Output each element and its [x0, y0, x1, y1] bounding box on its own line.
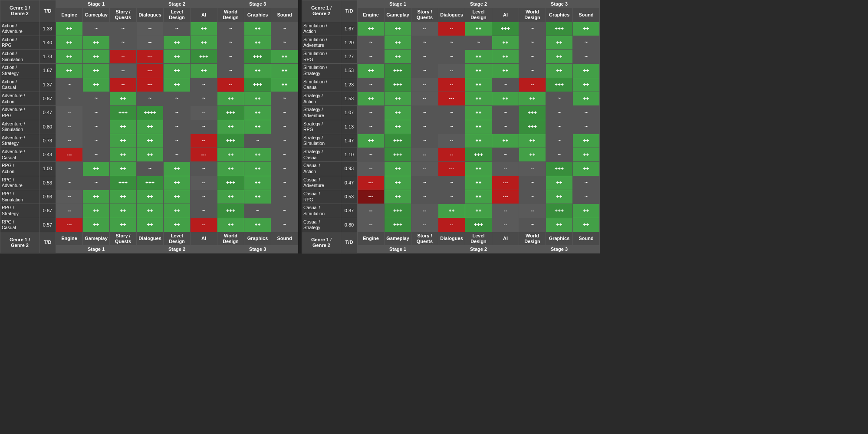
- data-cell: +++: [546, 22, 573, 36]
- col-header: Gameplay: [385, 8, 411, 22]
- data-cell: ~: [191, 162, 217, 176]
- data-cell: ++: [519, 92, 546, 105]
- data-cell: ~: [438, 190, 465, 204]
- data-cell: ++: [573, 134, 600, 148]
- genre-cell: Simulation /Action: [302, 22, 341, 36]
- data-cell: --: [191, 106, 217, 120]
- genre-cell: RPG /Simulation: [0, 190, 39, 204]
- data-cell: ~: [411, 50, 438, 64]
- data-cell: ---: [438, 162, 465, 176]
- stage-footer: Stage 2: [438, 246, 519, 253]
- col-footer: WorldDesign: [519, 232, 546, 245]
- table-row: Simulation /Action1.67++++----+++++~++++…: [302, 22, 600, 36]
- data-cell: ~: [191, 92, 217, 105]
- data-cell: ~: [546, 134, 573, 148]
- data-cell: ++: [573, 22, 600, 36]
- data-cell: ++: [519, 148, 546, 162]
- data-cell: ++: [56, 36, 83, 49]
- data-cell: ~: [217, 22, 244, 36]
- table-row: Strategy /Simulation1.47+++++~--++++++~+…: [302, 134, 600, 148]
- data-cell: ++: [573, 218, 600, 232]
- data-cell: ~: [164, 22, 191, 36]
- col-header: Gameplay: [83, 8, 110, 22]
- genre-cell: Action /Simulation: [0, 50, 39, 64]
- data-cell: ~: [244, 134, 271, 148]
- data-cell: ~: [110, 22, 137, 36]
- data-cell: ++: [83, 190, 110, 204]
- data-cell: +++: [217, 204, 244, 218]
- data-cell: ++: [385, 22, 411, 36]
- data-cell: ~: [358, 106, 385, 120]
- data-cell: --: [358, 218, 385, 232]
- data-cell: --: [56, 106, 83, 120]
- data-cell: ~: [411, 36, 438, 49]
- table-row: RPG /Simulation0.93--++++++++~++++~: [0, 190, 298, 204]
- data-cell: ++: [244, 36, 271, 49]
- data-cell: ++: [271, 78, 298, 92]
- data-cell: ++: [56, 22, 83, 36]
- col-header: Dialogues: [438, 8, 465, 22]
- data-cell: ++: [244, 106, 271, 120]
- data-cell: ++: [83, 218, 110, 232]
- data-cell: ++: [191, 22, 217, 36]
- data-cell: ~: [271, 148, 298, 162]
- table-row: Casual /Strategy0.80--+++----+++--~++++: [302, 218, 600, 232]
- table-row: RPG /Adventure0.53~~++++++++--+++++~: [0, 176, 298, 190]
- genre-cell: Casual /Simulation: [302, 204, 341, 218]
- col-footer: Engine: [358, 232, 385, 245]
- data-cell: --: [56, 134, 83, 148]
- data-cell: ~: [573, 120, 600, 134]
- data-cell: ++: [244, 120, 271, 134]
- data-cell: ++: [191, 36, 217, 49]
- data-cell: ~: [271, 22, 298, 36]
- data-cell: ~: [492, 106, 519, 120]
- data-cell: ~: [83, 120, 110, 134]
- data-cell: ++: [110, 120, 137, 134]
- genre-cell: Strategy /Action: [302, 92, 341, 105]
- td-cell: 1.00: [39, 162, 56, 176]
- data-cell: ++: [244, 176, 271, 190]
- data-cell: ~: [573, 36, 600, 49]
- data-cell: ++: [110, 134, 137, 148]
- data-cell: --: [411, 204, 438, 218]
- genre-header: Genre 1 /Genre 2: [302, 0, 341, 22]
- table-row: Casual /Simulation0.87--+++--++++----+++…: [302, 204, 600, 218]
- data-cell: ~: [110, 36, 137, 49]
- data-cell: --: [438, 148, 465, 162]
- data-cell: +++: [137, 176, 164, 190]
- data-cell: ---: [137, 50, 164, 64]
- data-cell: ~: [217, 36, 244, 49]
- stage-header: Stage 1: [358, 0, 438, 8]
- col-footer: Story /Quests: [110, 232, 137, 245]
- td-cell: 0.93: [341, 162, 358, 176]
- data-cell: ++: [244, 22, 271, 36]
- td-cell: 0.57: [39, 218, 56, 232]
- td-cell: 1.67: [39, 64, 56, 78]
- data-cell: ++: [465, 106, 492, 120]
- data-cell: --: [411, 22, 438, 36]
- data-cell: ++: [164, 204, 191, 218]
- data-cell: +++: [244, 78, 271, 92]
- data-cell: ---: [56, 218, 83, 232]
- data-cell: ---: [191, 148, 217, 162]
- data-cell: ++: [137, 120, 164, 134]
- table-row: Strategy /Casual1.10~+++----+++~++~++: [302, 148, 600, 162]
- data-cell: ++: [164, 162, 191, 176]
- col-header: LevelDesign: [465, 8, 492, 22]
- data-cell: ++: [465, 22, 492, 36]
- data-cell: --: [438, 64, 465, 78]
- data-cell: ~: [83, 176, 110, 190]
- data-cell: --: [56, 204, 83, 218]
- data-cell: ~: [164, 148, 191, 162]
- col-footer: LevelDesign: [164, 232, 191, 245]
- data-cell: ~: [438, 36, 465, 49]
- td-cell: 1.73: [39, 50, 56, 64]
- td-cell: 0.87: [39, 92, 56, 105]
- data-cell: ++: [465, 190, 492, 204]
- td-cell: 0.87: [39, 204, 56, 218]
- data-cell: ++: [385, 120, 411, 134]
- td-cell: 0.47: [341, 176, 358, 190]
- genre-cell: Strategy /Casual: [302, 148, 341, 162]
- table-row: Strategy /RPG1.13~++~~++~+++~~: [302, 120, 600, 134]
- td-footer: T/D: [341, 232, 358, 253]
